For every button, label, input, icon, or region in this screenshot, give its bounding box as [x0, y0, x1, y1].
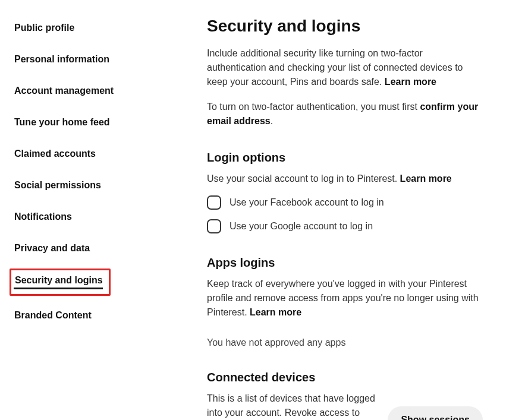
connected-devices-text: This is a list of devices that have logg…	[207, 393, 375, 420]
intro-description: Include additional security like turning…	[207, 46, 483, 89]
apps-logins-heading: Apps logins	[207, 256, 483, 270]
connected-devices-heading: Connected devices	[207, 371, 483, 384]
google-checkbox-label: Use your Google account to log in	[230, 221, 373, 232]
sidebar-item-personal-information[interactable]: Personal information	[13, 48, 109, 71]
sidebar-item-social-permissions[interactable]: Social permissions	[13, 174, 101, 197]
sidebar-item-notifications[interactable]: Notifications	[13, 206, 72, 228]
twofa-suffix: .	[271, 116, 273, 126]
show-sessions-button[interactable]: Show sessions	[388, 406, 483, 420]
facebook-checkbox-label: Use your Facebook account to log in	[230, 197, 384, 208]
login-options-description: Use your social account to log in to Pin…	[207, 172, 483, 186]
apps-logins-text: Keep track of everywhere you've logged i…	[207, 279, 479, 317]
main-content: Security and logins Include additional s…	[150, 17, 483, 420]
sidebar-item-branded-content[interactable]: Branded Content	[13, 304, 92, 327]
sidebar-item-claimed-accounts[interactable]: Claimed accounts	[13, 143, 96, 165]
sidebar-item-public-profile[interactable]: Public profile	[13, 17, 74, 39]
sidebar-item-privacy-data[interactable]: Privacy and data	[13, 237, 90, 260]
google-login-option: Use your Google account to log in	[207, 219, 483, 233]
twofa-prefix: To turn on two-factor authentication, yo…	[207, 102, 420, 112]
sidebar-item-security-logins[interactable]: Security and logins	[14, 274, 103, 289]
learn-more-apps-link[interactable]: Learn more	[250, 307, 301, 317]
login-options-heading: Login options	[207, 151, 483, 165]
sidebar-highlight: Security and logins	[10, 269, 111, 296]
connected-devices-row: This is a list of devices that have logg…	[207, 391, 483, 420]
facebook-checkbox[interactable]	[207, 195, 221, 210]
learn-more-login-link[interactable]: Learn more	[400, 173, 452, 184]
settings-sidebar: Public profile Personal information Acco…	[13, 17, 150, 420]
sidebar-item-tune-home-feed[interactable]: Tune your home feed	[13, 111, 110, 134]
apps-logins-description: Keep track of everywhere you've logged i…	[207, 277, 483, 320]
sidebar-item-account-management[interactable]: Account management	[13, 80, 114, 102]
google-checkbox[interactable]	[207, 219, 221, 233]
page-title: Security and logins	[207, 17, 483, 36]
login-options-text: Use your social account to log in to Pin…	[207, 173, 400, 184]
facebook-login-option: Use your Facebook account to log in	[207, 195, 483, 210]
learn-more-intro-link[interactable]: Learn more	[385, 77, 436, 87]
twofa-notice: To turn on two-factor authentication, yo…	[207, 100, 483, 128]
apps-empty-state: You have not approved any apps	[207, 337, 483, 348]
connected-devices-description: This is a list of devices that have logg…	[207, 391, 376, 420]
